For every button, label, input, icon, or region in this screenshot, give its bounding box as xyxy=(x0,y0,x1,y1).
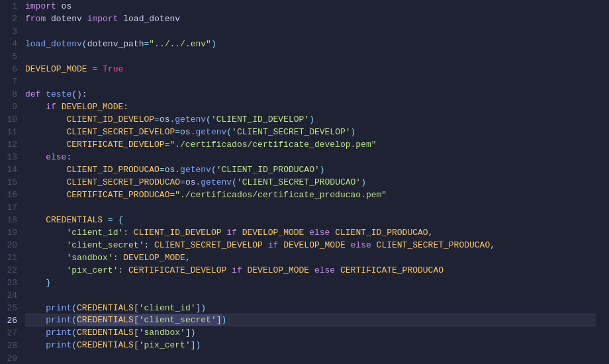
code-line: if DEVELOP_MODE: xyxy=(25,101,596,113)
code-line: print(CREDENTIALS['client_id']) xyxy=(25,302,596,314)
code-line: load_dotenv(dotenv_path="../../.env") xyxy=(25,38,596,50)
code-line: print(CREDENTIALS['sandbox']) xyxy=(25,326,596,339)
code-line: CLIENT_SECRET_PRODUCAO=os.getenv('CLIENT… xyxy=(25,176,596,189)
code-line xyxy=(25,289,596,302)
line-number: 10 xyxy=(5,113,17,126)
code-line xyxy=(25,25,596,38)
line-number: 18 xyxy=(5,214,17,226)
code-line: CLIENT_SECRET_DEVELOP=os.getenv('CLIENT_… xyxy=(25,126,596,138)
line-number: 8 xyxy=(5,88,17,101)
line-number: 29 xyxy=(5,352,17,364)
code-line: else: xyxy=(25,151,596,163)
line-number: 16 xyxy=(5,189,17,201)
code-line: CLIENT_ID_DEVELOP=os.getenv('CLIENT_ID_D… xyxy=(25,113,596,126)
line-number: 23 xyxy=(5,277,17,289)
line-number: 24 xyxy=(5,289,17,302)
code-line: CERTIFICATE_PRODUCAO="./certificados/cer… xyxy=(25,189,596,201)
line-number: 9 xyxy=(5,101,17,113)
code-line: CERTIFICATE_DEVELOP="./certificados/cert… xyxy=(25,138,596,151)
line-number: 14 xyxy=(5,163,17,176)
code-line: def teste(): xyxy=(25,88,596,101)
code-editor: 1234567891011121314151617181920212223242… xyxy=(0,0,609,364)
line-number: 2 xyxy=(5,13,17,25)
code-line: 'client_secret': CLIENT_SECRET_DEVELOP i… xyxy=(25,239,596,251)
code-line: from dotenv import load_dotenv xyxy=(25,13,596,25)
code-line: 'sandbox': DEVELOP_MODE, xyxy=(25,251,596,264)
code-line xyxy=(25,50,596,63)
line-numbers: 1234567891011121314151617181920212223242… xyxy=(0,0,25,364)
line-number: 7 xyxy=(5,75,17,88)
line-number: 22 xyxy=(5,264,17,277)
code-area[interactable]: 1234567891011121314151617181920212223242… xyxy=(0,0,609,364)
line-number: 20 xyxy=(5,239,17,251)
line-number: 12 xyxy=(5,138,17,151)
line-number: 17 xyxy=(5,201,17,214)
line-number: 13 xyxy=(5,151,17,163)
code-line xyxy=(25,201,596,214)
line-number: 4 xyxy=(5,38,17,50)
line-number: 5 xyxy=(5,50,17,63)
code-line: 'pix_cert': CERTIFICATE_DEVELOP if DEVEL… xyxy=(25,264,596,277)
line-number: 28 xyxy=(5,340,17,352)
line-number: 3 xyxy=(5,25,17,38)
code-line: 'client_id': CLIENT_ID_DEVELOP if DEVELO… xyxy=(25,226,596,239)
code-line: DEVELOP_MODE = True xyxy=(25,63,596,75)
code-line: CREDENTIALS = { xyxy=(25,214,596,226)
line-number: 19 xyxy=(5,226,17,239)
code-content[interactable]: import osfrom dotenv import load_dotenv … xyxy=(25,0,609,364)
line-number: 15 xyxy=(5,176,17,189)
line-number: 1 xyxy=(5,0,17,13)
line-number: 21 xyxy=(5,251,17,264)
line-number: 25 xyxy=(5,302,17,314)
code-line: print(CREDENTIALS['pix_cert']) xyxy=(25,339,596,351)
line-number: 6 xyxy=(5,63,17,75)
code-line: CLIENT_ID_PRODUCAO=os.getenv('CLIENT_ID_… xyxy=(25,163,596,176)
line-number: 27 xyxy=(5,327,17,340)
code-line: print(CREDENTIALS['client_secret']) xyxy=(25,314,596,326)
code-line: } xyxy=(25,277,596,289)
code-line: import os xyxy=(25,0,596,13)
code-line xyxy=(25,75,596,88)
line-number: 11 xyxy=(5,126,17,138)
line-number: 26 xyxy=(5,314,17,327)
code-line xyxy=(25,351,596,364)
